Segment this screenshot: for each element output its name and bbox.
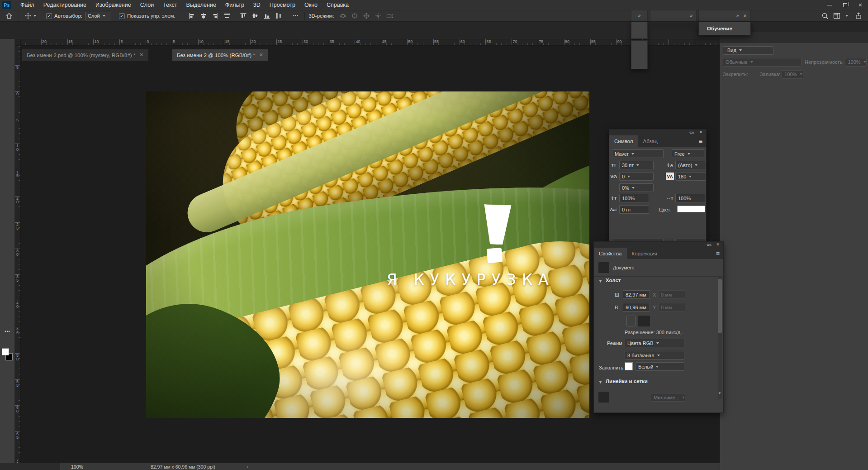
workspace-chevron-icon[interactable] (845, 15, 848, 17)
text-color-swatch[interactable] (677, 206, 705, 212)
grid-toggle-button[interactable] (612, 392, 623, 403)
menu-7[interactable]: Фильтр (221, 0, 249, 10)
learn-panel[interactable]: Обучение (698, 22, 751, 35)
v-ruler-label: 6 0 (15, 406, 20, 413)
align-al3-icon[interactable] (209, 12, 221, 19)
canvas-document[interactable]: Я КУКУРУЗКА (146, 91, 589, 418)
fill-select[interactable]: 100% (782, 70, 803, 79)
units-select[interactable]: Миллиме... (651, 393, 685, 402)
color-mode-select[interactable]: Цвета RGB (625, 339, 684, 347)
3d-mode-2-icon (349, 12, 360, 19)
menu-5[interactable]: Текст (158, 0, 181, 10)
horizontal-ruler[interactable]: 2015105051015202530354045505560657075808… (15, 39, 720, 46)
restore-button[interactable] (837, 0, 853, 10)
panel-menu-icon[interactable]: ≡ (712, 248, 723, 259)
tab-paragraph[interactable]: Абзац (638, 135, 662, 147)
document-tab-1[interactable]: Без имени-2.psd @ 100% (mystery, RGB/8#)… (22, 49, 148, 61)
character-styles-panel-icon[interactable] (631, 55, 647, 69)
align-al2-icon[interactable] (198, 12, 209, 19)
edit-toolbar-button[interactable]: ••• (1, 329, 14, 334)
menu-11[interactable]: Справка (322, 0, 353, 10)
align-av2-icon[interactable] (249, 12, 261, 19)
minimize-button[interactable] (822, 0, 837, 10)
collapse-strip-1[interactable]: » (631, 10, 648, 21)
section-chevron-icon[interactable]: ▼ (598, 279, 602, 283)
vertical-scale-field[interactable]: 100% (619, 194, 649, 202)
close-button[interactable]: ✕ (853, 0, 868, 10)
bit-depth-select[interactable]: 8 бит/канал (625, 351, 684, 360)
workspace-icon[interactable] (831, 12, 843, 19)
collapse-strip-3[interactable]: »✕ (698, 10, 751, 21)
zoom-level[interactable]: 100% (60, 464, 119, 470)
layer-filter-select[interactable]: Вид (723, 46, 773, 55)
menu-9[interactable]: Просмотр (265, 0, 300, 10)
menu-1[interactable]: Файл (16, 0, 39, 10)
landscape-orientation-button[interactable] (638, 316, 650, 326)
close-panel-icon[interactable]: ✕ (699, 129, 702, 135)
menu-3[interactable]: Изображение (91, 0, 136, 10)
align-av3-icon[interactable] (261, 12, 273, 19)
menu-8[interactable]: 3D (249, 0, 265, 10)
tsume-select[interactable]: 0% (619, 183, 654, 192)
font-family-select[interactable]: Maver (612, 149, 664, 158)
collapse-panel-icon[interactable]: «« (707, 242, 711, 248)
move-tool-icon[interactable] (23, 13, 33, 19)
scroll-down-icon[interactable]: ▼ (718, 391, 721, 395)
photoshop-logo-icon[interactable]: Ps (2, 1, 11, 9)
document-tab-2[interactable]: Без имени-2 @ 100% (RGB/8#) *✕ (172, 49, 268, 61)
menu-4[interactable]: Слои (136, 0, 158, 10)
align-av1-icon[interactable] (237, 12, 249, 19)
blend-mode-select[interactable]: Обычные (723, 58, 802, 67)
opacity-label: Непрозрачность: (805, 59, 844, 65)
close-panel-icon[interactable]: ✕ (716, 242, 720, 248)
section-chevron-icon[interactable]: ▼ (598, 380, 602, 384)
vertical-ruler[interactable]: 5051 01 52 02 53 03 54 04 55 05 56 06 57… (15, 46, 21, 463)
canvas-fill-swatch[interactable] (625, 362, 633, 370)
transparency-toggle-button[interactable] (626, 392, 636, 403)
show-controls-checkbox[interactable]: ✓ (119, 13, 125, 19)
menu-2[interactable]: Редактирование (39, 0, 91, 10)
share-icon[interactable] (853, 12, 864, 19)
width-field[interactable]: 82,97 мм (623, 290, 650, 299)
resolution-label: Разрешение: 300 пикс/д... (625, 330, 684, 335)
home-icon[interactable] (0, 12, 15, 19)
height-field[interactable]: 60,96 мм (623, 303, 650, 312)
tracking-select[interactable]: 180 (675, 172, 706, 181)
paragraph-styles-panel-icon[interactable] (631, 41, 647, 55)
y-field[interactable]: 0 мм (658, 303, 685, 312)
kerning-select[interactable]: 0 (619, 172, 654, 181)
search-icon[interactable] (819, 12, 831, 19)
rulers-toggle-button[interactable] (598, 392, 609, 403)
close-strip-icon[interactable]: ✕ (743, 14, 747, 18)
leading-select[interactable]: (Авто) (675, 161, 706, 169)
status-chevron-icon[interactable]: › (215, 464, 249, 470)
menu-10[interactable]: Окно (300, 0, 322, 10)
horizontal-scale-field[interactable]: 100% (675, 194, 705, 202)
collapse-strip-2[interactable]: » (650, 10, 697, 21)
align-av4-icon[interactable] (273, 12, 285, 19)
autoselect-target-select[interactable]: Слой (85, 12, 111, 20)
tab-character[interactable]: Символ (609, 135, 638, 147)
info-panel-icon[interactable] (631, 23, 647, 38)
font-size-select[interactable]: 30 пт (619, 161, 654, 169)
close-tab-icon[interactable]: ✕ (139, 52, 143, 58)
fill-color-select[interactable]: Белый (636, 362, 684, 371)
align-al4-icon[interactable] (221, 12, 233, 19)
photoshop-window: Ps ФайлРедактированиеИзображениеСлоиТекс… (0, 0, 868, 470)
x-field[interactable]: 0 мм (658, 290, 685, 299)
opacity-select[interactable]: 100% (845, 58, 867, 67)
close-tab-icon[interactable]: ✕ (259, 52, 263, 58)
portrait-orientation-button[interactable] (626, 316, 636, 326)
menu-6[interactable]: Выделение (182, 0, 221, 10)
baseline-shift-field[interactable]: 0 пт (619, 205, 649, 214)
collapse-panel-icon[interactable]: «« (689, 129, 694, 135)
more-options-button[interactable]: ••• (291, 14, 301, 18)
scrollbar[interactable] (718, 277, 722, 399)
panel-menu-icon[interactable]: ≡ (695, 135, 706, 147)
align-al1-icon[interactable] (186, 12, 198, 19)
foreground-color-swatch[interactable] (2, 348, 9, 355)
font-style-select[interactable]: Free (672, 149, 704, 158)
autoselect-checkbox[interactable]: ✓ (46, 13, 52, 19)
tab-properties[interactable]: Свойства (594, 248, 627, 259)
tab-adjustments[interactable]: Коррекция (627, 248, 663, 259)
